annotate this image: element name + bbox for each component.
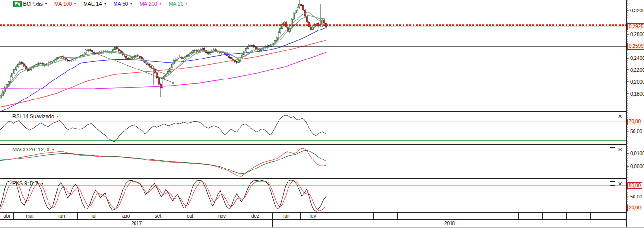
month-cell-jan: jan xyxy=(273,213,301,219)
year-row: 20172018 xyxy=(0,220,627,228)
macd-pane-chart[interactable] xyxy=(0,145,626,178)
axis-label-pks: 50,00 xyxy=(630,194,642,199)
axis-label-price: 0,3200 xyxy=(630,8,644,13)
axis-alert-label-rsi: 70,00 xyxy=(627,119,642,125)
month-cell xyxy=(494,213,519,219)
month-cell xyxy=(591,213,615,219)
month-cell xyxy=(398,213,422,219)
month-cell-jun: jun xyxy=(46,213,78,219)
month-cell-jul: jul xyxy=(78,213,110,219)
month-cell xyxy=(374,213,398,219)
month-cell xyxy=(446,213,470,219)
price-scale-column[interactable]: 0,32000,29250,28000,25990,24000,22000,20… xyxy=(626,0,644,228)
month-cell-abr: abr xyxy=(0,213,14,219)
charting-app: Eq BCP:xlis ▼ MA 100 ▼ MAE 14 ▼ MA 50 ▼ … xyxy=(0,0,644,228)
axis-label-price: 0,2800 xyxy=(630,32,644,37)
month-cell-nov: nov xyxy=(206,213,238,219)
month-cell xyxy=(325,213,349,219)
year-cell-2017: 2017 xyxy=(0,220,273,227)
year-cell-2018: 2018 xyxy=(273,220,627,227)
month-cell xyxy=(519,213,543,219)
month-cell xyxy=(567,213,591,219)
month-cell xyxy=(543,213,567,219)
axis-label-macd: 0,0100 xyxy=(630,151,644,156)
month-cell-ago: ago xyxy=(110,213,142,219)
axis-label-price: 0,2200 xyxy=(630,68,644,73)
rsi-pane-chart[interactable] xyxy=(0,112,626,144)
month-cell-fev: fev xyxy=(301,213,325,219)
month-cell xyxy=(349,213,374,219)
axis-label-price: 0,2400 xyxy=(630,56,644,61)
month-cell-dez: dez xyxy=(238,213,273,219)
month-cell xyxy=(615,213,627,219)
axis-label-macd: 0,0000 xyxy=(630,164,644,169)
time-axis[interactable]: abrmaijunjulagosetoutnovdezjanfev 201720… xyxy=(0,212,627,227)
axis-alert-label-pks: 80,00 xyxy=(627,182,642,189)
month-cell xyxy=(470,213,494,219)
price-pane-chart[interactable] xyxy=(0,0,626,111)
month-cell xyxy=(422,213,446,219)
month-cell-set: set xyxy=(142,213,174,219)
month-cell-out: out xyxy=(174,213,206,219)
pks-pane-chart[interactable] xyxy=(0,179,626,212)
axis-label-price: 0,1800 xyxy=(630,91,644,97)
axis-label-rsi: 50,00 xyxy=(630,129,642,134)
axis-label-price: 0,2000 xyxy=(630,79,644,85)
month-cell-mai: mai xyxy=(14,213,46,219)
axis-alert-label-price: 0,2599 xyxy=(627,43,644,50)
axis-alert-label-price: 0,2925 xyxy=(627,23,644,30)
axis-alert-label-pks: 20,00 xyxy=(627,205,642,211)
month-row: abrmaijunjulagosetoutnovdezjanfev xyxy=(0,213,627,220)
